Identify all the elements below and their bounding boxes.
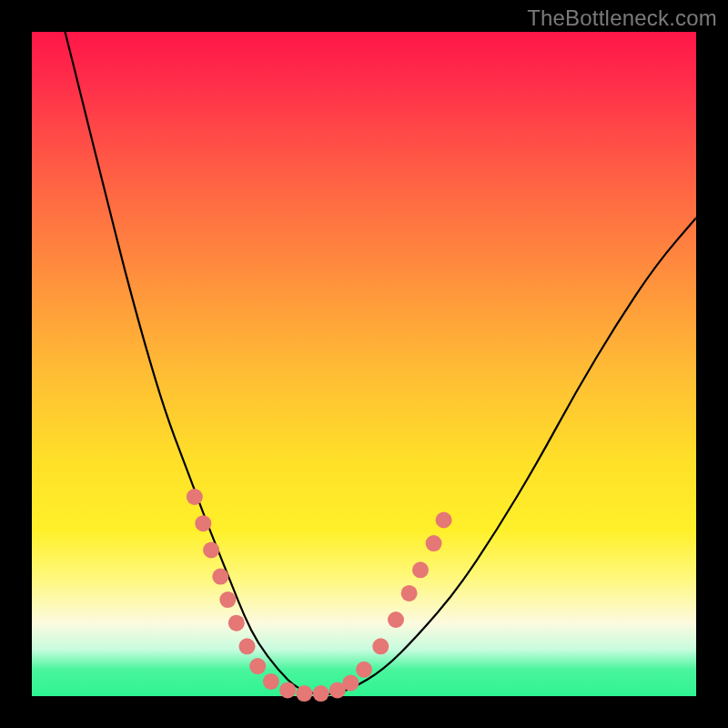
curve-marker [296,685,312,702]
curve-marker [426,535,442,551]
marker-group [187,489,452,702]
curve-marker [212,569,228,585]
plot-area [32,32,696,696]
curve-marker [313,685,329,702]
curve-marker [412,561,429,578]
curve-marker [356,662,372,678]
curve-marker [401,585,418,602]
curve-marker [388,612,404,628]
watermark-text: TheBottleneck.com [527,5,717,31]
curve-marker [263,673,279,690]
curve-marker [279,682,296,698]
curve-marker [187,489,203,505]
curve-marker [342,674,359,691]
curve-marker [436,512,452,529]
curve-marker [249,658,266,674]
chart-frame: TheBottleneck.com [0,0,728,728]
curve-marker [203,541,219,558]
chart-svg [32,32,696,696]
curve-marker [239,638,256,654]
bottleneck-curve [66,32,697,694]
curve-marker [228,615,245,632]
curve-marker [372,638,389,654]
curve-group [66,32,697,694]
curve-marker [219,592,236,608]
curve-marker [195,515,211,531]
